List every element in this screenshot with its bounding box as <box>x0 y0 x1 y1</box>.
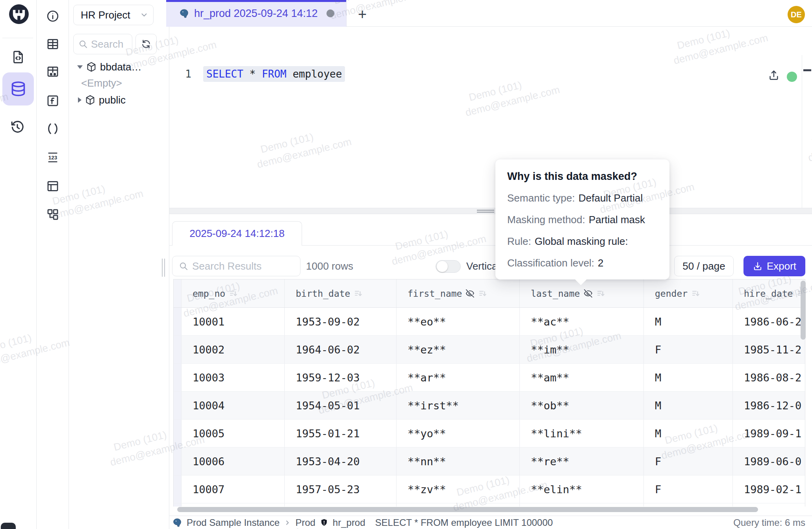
horizontal-scrollbar-thumb[interactable] <box>177 507 758 512</box>
result-search-box <box>172 256 300 276</box>
cell-emp_no[interactable]: 10007 <box>182 475 285 503</box>
cell-gender[interactable]: F <box>644 336 733 363</box>
help-bubble[interactable] <box>1 523 16 529</box>
result-tab[interactable]: 2025-09-24 14:12:18 <box>172 221 302 246</box>
diagram-icon[interactable] <box>45 207 61 222</box>
table-row: 100021964-06-02**ez****im**F1985-11-2 <box>174 336 805 364</box>
cell-gender[interactable]: M <box>644 392 733 419</box>
cell-last_name[interactable]: **ob** <box>520 392 644 419</box>
vertical-toggle[interactable] <box>436 260 461 273</box>
cell-birth_date[interactable]: 1954-05-01 <box>285 392 397 419</box>
cell-gender[interactable]: F <box>644 448 733 475</box>
page-size-select[interactable]: 50 / page <box>674 256 734 276</box>
cell-last_name[interactable]: **ac** <box>520 308 644 335</box>
cell-emp_no[interactable]: 10003 <box>182 364 285 391</box>
horizontal-splitter[interactable] <box>169 208 812 214</box>
cell-last_name[interactable]: **lini** <box>520 420 644 447</box>
database-icon <box>9 80 27 98</box>
column-header-emp_no[interactable]: emp_no <box>182 279 285 307</box>
column-header-hire_date[interactable]: hire_date <box>733 279 805 307</box>
column-header-gender[interactable]: gender <box>644 279 733 307</box>
cell-first_name[interactable]: **nn** <box>397 448 520 475</box>
cell-hire_date[interactable]: 1989-06-0 <box>733 448 805 475</box>
cell-last_name[interactable]: **im** <box>520 336 644 363</box>
cell-birth_date[interactable]: 1953-09-02 <box>285 308 397 335</box>
cell-hire_date[interactable]: 1986-06-2 <box>733 308 805 335</box>
cell-birth_date[interactable]: 1955-01-21 <box>285 420 397 447</box>
vertical-scrollbar-thumb[interactable] <box>801 281 806 340</box>
cell-birth_date[interactable]: 1964-06-02 <box>285 336 397 363</box>
info-icon[interactable] <box>45 8 61 24</box>
cell-birth_date[interactable]: 1953-04-20 <box>285 448 397 475</box>
status-environment[interactable]: Prod <box>295 517 315 528</box>
cell-gender[interactable]: M <box>644 308 733 335</box>
caret-down-icon[interactable] <box>77 65 83 69</box>
panel-resize-handle[interactable] <box>162 259 163 277</box>
status-database[interactable]: hr_prod <box>333 517 365 528</box>
cell-first_name[interactable]: **ez** <box>397 336 520 363</box>
cell-first_name[interactable]: **yo** <box>397 420 520 447</box>
cell-gender[interactable]: M <box>644 420 733 447</box>
sql-editor-window: 123 HR Project bbdata… <Empty> public <box>0 0 812 529</box>
view-icon[interactable] <box>45 178 61 194</box>
cell-first_name[interactable]: **ar** <box>397 364 520 391</box>
sql-editor[interactable]: 1 SELECT * FROM employee <box>169 27 812 208</box>
refresh-button[interactable] <box>135 34 157 54</box>
minimap-code-line <box>803 69 811 71</box>
export-button[interactable]: Export <box>743 256 805 276</box>
cell-last_name[interactable]: **elin** <box>520 475 644 503</box>
tree-search-input[interactable] <box>91 38 132 50</box>
splitter-handle[interactable] <box>477 210 494 211</box>
tables-icon[interactable] <box>45 36 61 52</box>
row-gutter <box>174 475 182 503</box>
sort-icon[interactable] <box>354 289 363 298</box>
cell-last_name[interactable]: **re** <box>520 448 644 475</box>
cell-hire_date[interactable]: 1989-02-1 <box>733 475 805 503</box>
sort-icon[interactable] <box>691 289 701 298</box>
worksheet-icon[interactable] <box>9 48 27 66</box>
project-select[interactable]: HR Project <box>73 5 154 25</box>
cell-emp_no[interactable]: 10004 <box>182 392 285 419</box>
cell-first_name[interactable]: **eo** <box>397 308 520 335</box>
new-tab-button[interactable]: + <box>354 6 370 22</box>
tree-item-database[interactable]: bbdata… <box>77 59 142 75</box>
history-icon[interactable] <box>9 118 26 135</box>
cell-first_name[interactable]: **irst** <box>397 392 520 419</box>
cell-emp_no[interactable]: 10005 <box>182 420 285 447</box>
cell-birth_date[interactable]: 1957-05-23 <box>285 475 397 503</box>
cell-hire_date[interactable]: 1985-11-2 <box>733 336 805 363</box>
result-search-input[interactable] <box>192 260 300 272</box>
status-instance[interactable]: Prod Sample Instance <box>187 517 280 528</box>
cell-hire_date[interactable]: 1989-09-1 <box>733 420 805 447</box>
sequence-icon[interactable]: 123 <box>45 150 61 165</box>
splitter-handle[interactable] <box>477 212 494 213</box>
upload-sheet-button[interactable] <box>768 69 780 81</box>
column-header-birth_date[interactable]: birth_date <box>285 279 397 307</box>
cell-emp_no[interactable]: 10002 <box>182 336 285 363</box>
eye-off-icon <box>584 289 593 298</box>
user-avatar[interactable]: DE <box>788 6 805 23</box>
cell-birth_date[interactable]: 1959-12-03 <box>285 364 397 391</box>
column-header-first_name[interactable]: first_name <box>397 279 520 307</box>
database-panel-active[interactable] <box>2 72 34 105</box>
caret-right-icon[interactable] <box>78 97 82 103</box>
sort-icon[interactable] <box>478 289 488 298</box>
cell-gender[interactable]: F <box>644 475 733 503</box>
cell-first_name[interactable]: **zv** <box>397 475 520 503</box>
procedure-icon[interactable] <box>45 121 61 137</box>
tab-active-worksheet[interactable]: hr_prod 2025-09-24 14:12 <box>166 0 347 27</box>
cell-hire_date[interactable]: 1986-08-2 <box>733 364 805 391</box>
bytebase-logo-icon[interactable] <box>9 4 29 24</box>
partition-table-icon[interactable] <box>45 64 61 80</box>
cell-emp_no[interactable]: 10001 <box>182 308 285 335</box>
sort-icon[interactable] <box>229 289 238 298</box>
cell-last_name[interactable]: **am** <box>520 364 644 391</box>
cell-hire_date[interactable]: 1986-12-0 <box>733 392 805 419</box>
sort-icon[interactable] <box>596 289 606 298</box>
function-icon[interactable] <box>45 93 61 109</box>
shield-icon <box>320 518 328 527</box>
panel-resize-handle[interactable] <box>164 259 165 277</box>
cell-emp_no[interactable]: 10006 <box>182 448 285 475</box>
tree-item-schema-public[interactable]: public <box>78 92 126 108</box>
cell-gender[interactable]: M <box>644 364 733 391</box>
